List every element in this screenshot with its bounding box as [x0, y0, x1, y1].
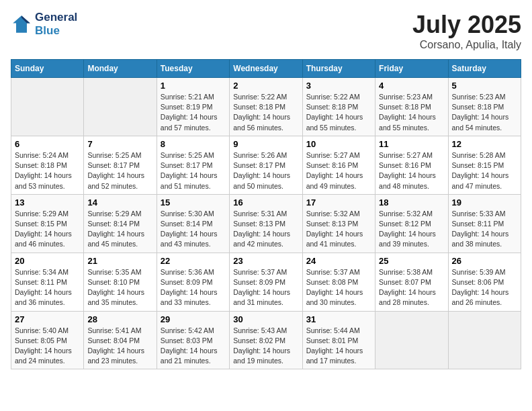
day-number: 8 [161, 139, 226, 149]
day-info: Sunrise: 5:42 AMSunset: 8:03 PMDaylight:… [161, 326, 226, 367]
day-number: 13 [15, 197, 80, 208]
day-number: 17 [306, 197, 371, 208]
calendar-cell: 21Sunrise: 5:35 AMSunset: 8:10 PMDayligh… [84, 253, 157, 311]
weekday-header: Thursday [302, 60, 375, 78]
day-number: 14 [87, 197, 152, 208]
day-number: 24 [306, 256, 371, 266]
calendar-cell: 28Sunrise: 5:41 AMSunset: 8:04 PMDayligh… [84, 311, 157, 369]
weekday-header: Wednesday [230, 60, 302, 78]
day-info: Sunrise: 5:29 AMSunset: 8:15 PMDaylight:… [15, 209, 80, 250]
day-info: Sunrise: 5:29 AMSunset: 8:14 PMDaylight:… [87, 209, 152, 250]
page-header: General Blue July 2025 Corsano, Apulia, … [11, 11, 521, 51]
calendar-cell: 24Sunrise: 5:37 AMSunset: 8:08 PMDayligh… [302, 253, 375, 311]
calendar-cell: 15Sunrise: 5:30 AMSunset: 8:14 PMDayligh… [157, 194, 229, 253]
day-info: Sunrise: 5:44 AMSunset: 8:01 PMDaylight:… [306, 326, 371, 367]
day-number: 9 [233, 139, 298, 149]
calendar-cell: 18Sunrise: 5:32 AMSunset: 8:12 PMDayligh… [375, 194, 448, 253]
day-info: Sunrise: 5:33 AMSunset: 8:11 PMDaylight:… [452, 209, 517, 250]
day-number: 1 [161, 81, 226, 91]
calendar-cell: 22Sunrise: 5:36 AMSunset: 8:09 PMDayligh… [157, 253, 229, 311]
day-number: 30 [233, 314, 298, 324]
day-number: 20 [15, 256, 80, 266]
day-number: 12 [452, 139, 517, 149]
calendar-cell [11, 78, 84, 136]
day-number: 25 [379, 256, 444, 266]
calendar-cell: 8Sunrise: 5:25 AMSunset: 8:17 PMDaylight… [157, 136, 229, 194]
day-number: 10 [306, 139, 371, 149]
calendar-cell: 1Sunrise: 5:21 AMSunset: 8:19 PMDaylight… [157, 78, 229, 136]
calendar-cell: 10Sunrise: 5:27 AMSunset: 8:16 PMDayligh… [302, 136, 375, 194]
day-info: Sunrise: 5:34 AMSunset: 8:11 PMDaylight:… [15, 267, 80, 308]
day-number: 28 [87, 314, 152, 324]
calendar-cell: 11Sunrise: 5:27 AMSunset: 8:16 PMDayligh… [375, 136, 448, 194]
day-info: Sunrise: 5:27 AMSunset: 8:16 PMDaylight:… [379, 150, 444, 191]
day-info: Sunrise: 5:32 AMSunset: 8:12 PMDaylight:… [379, 209, 444, 250]
day-number: 26 [452, 256, 517, 266]
day-info: Sunrise: 5:24 AMSunset: 8:18 PMDaylight:… [15, 150, 80, 191]
day-info: Sunrise: 5:43 AMSunset: 8:02 PMDaylight:… [233, 326, 298, 367]
day-info: Sunrise: 5:36 AMSunset: 8:09 PMDaylight:… [161, 267, 226, 308]
calendar-cell: 5Sunrise: 5:23 AMSunset: 8:18 PMDaylight… [448, 78, 521, 136]
calendar-cell: 16Sunrise: 5:31 AMSunset: 8:13 PMDayligh… [230, 194, 302, 253]
calendar-week-row: 13Sunrise: 5:29 AMSunset: 8:15 PMDayligh… [11, 194, 521, 253]
calendar-week-row: 6Sunrise: 5:24 AMSunset: 8:18 PMDaylight… [11, 136, 521, 194]
location: Corsano, Apulia, Italy [412, 39, 521, 51]
calendar-cell [84, 78, 157, 136]
logo-icon [11, 13, 32, 35]
calendar-cell: 31Sunrise: 5:44 AMSunset: 8:01 PMDayligh… [302, 311, 375, 369]
day-info: Sunrise: 5:37 AMSunset: 8:08 PMDaylight:… [306, 267, 371, 308]
day-number: 18 [379, 197, 444, 208]
day-number: 21 [87, 256, 152, 266]
weekday-header: Tuesday [157, 60, 229, 78]
calendar-cell: 3Sunrise: 5:22 AMSunset: 8:18 PMDaylight… [302, 78, 375, 136]
day-info: Sunrise: 5:27 AMSunset: 8:16 PMDaylight:… [306, 150, 371, 191]
calendar-cell: 26Sunrise: 5:39 AMSunset: 8:06 PMDayligh… [448, 253, 521, 311]
day-info: Sunrise: 5:23 AMSunset: 8:18 PMDaylight:… [452, 92, 517, 133]
month-title: July 2025 [412, 11, 521, 39]
weekday-header: Sunday [11, 60, 84, 78]
calendar-table: SundayMondayTuesdayWednesdayThursdayFrid… [11, 59, 521, 369]
calendar-cell: 23Sunrise: 5:37 AMSunset: 8:09 PMDayligh… [230, 253, 302, 311]
day-info: Sunrise: 5:26 AMSunset: 8:17 PMDaylight:… [233, 150, 298, 191]
calendar-cell: 29Sunrise: 5:42 AMSunset: 8:03 PMDayligh… [157, 311, 229, 369]
day-info: Sunrise: 5:21 AMSunset: 8:19 PMDaylight:… [161, 92, 226, 133]
title-block: July 2025 Corsano, Apulia, Italy [412, 11, 521, 51]
day-number: 6 [15, 139, 80, 149]
calendar-week-row: 20Sunrise: 5:34 AMSunset: 8:11 PMDayligh… [11, 253, 521, 311]
calendar-cell: 17Sunrise: 5:32 AMSunset: 8:13 PMDayligh… [302, 194, 375, 253]
day-number: 27 [15, 314, 80, 324]
day-number: 7 [87, 139, 152, 149]
weekday-header: Friday [375, 60, 448, 78]
calendar-cell [375, 311, 448, 369]
day-number: 29 [161, 314, 226, 324]
day-info: Sunrise: 5:35 AMSunset: 8:10 PMDaylight:… [87, 267, 152, 308]
svg-marker-0 [13, 16, 30, 34]
day-info: Sunrise: 5:37 AMSunset: 8:09 PMDaylight:… [233, 267, 298, 308]
day-info: Sunrise: 5:23 AMSunset: 8:18 PMDaylight:… [379, 92, 444, 133]
calendar-cell: 27Sunrise: 5:40 AMSunset: 8:05 PMDayligh… [11, 311, 84, 369]
logo-text: General Blue [35, 11, 77, 38]
calendar-cell: 13Sunrise: 5:29 AMSunset: 8:15 PMDayligh… [11, 194, 84, 253]
day-number: 16 [233, 197, 298, 208]
day-number: 2 [233, 81, 298, 91]
day-info: Sunrise: 5:25 AMSunset: 8:17 PMDaylight:… [161, 150, 226, 191]
calendar-cell: 30Sunrise: 5:43 AMSunset: 8:02 PMDayligh… [230, 311, 302, 369]
calendar-cell: 4Sunrise: 5:23 AMSunset: 8:18 PMDaylight… [375, 78, 448, 136]
day-number: 19 [452, 197, 517, 208]
calendar-cell: 14Sunrise: 5:29 AMSunset: 8:14 PMDayligh… [84, 194, 157, 253]
calendar-cell: 6Sunrise: 5:24 AMSunset: 8:18 PMDaylight… [11, 136, 84, 194]
calendar-week-row: 27Sunrise: 5:40 AMSunset: 8:05 PMDayligh… [11, 311, 521, 369]
day-number: 11 [379, 139, 444, 149]
day-number: 3 [306, 81, 371, 91]
calendar-cell: 7Sunrise: 5:25 AMSunset: 8:17 PMDaylight… [84, 136, 157, 194]
day-number: 5 [452, 81, 517, 91]
day-info: Sunrise: 5:25 AMSunset: 8:17 PMDaylight:… [87, 150, 152, 191]
day-info: Sunrise: 5:32 AMSunset: 8:13 PMDaylight:… [306, 209, 371, 250]
calendar-cell: 19Sunrise: 5:33 AMSunset: 8:11 PMDayligh… [448, 194, 521, 253]
day-info: Sunrise: 5:40 AMSunset: 8:05 PMDaylight:… [15, 326, 80, 367]
day-info: Sunrise: 5:38 AMSunset: 8:07 PMDaylight:… [379, 267, 444, 308]
day-info: Sunrise: 5:39 AMSunset: 8:06 PMDaylight:… [452, 267, 517, 308]
calendar-cell: 20Sunrise: 5:34 AMSunset: 8:11 PMDayligh… [11, 253, 84, 311]
calendar-cell: 12Sunrise: 5:28 AMSunset: 8:15 PMDayligh… [448, 136, 521, 194]
weekday-header: Saturday [448, 60, 521, 78]
